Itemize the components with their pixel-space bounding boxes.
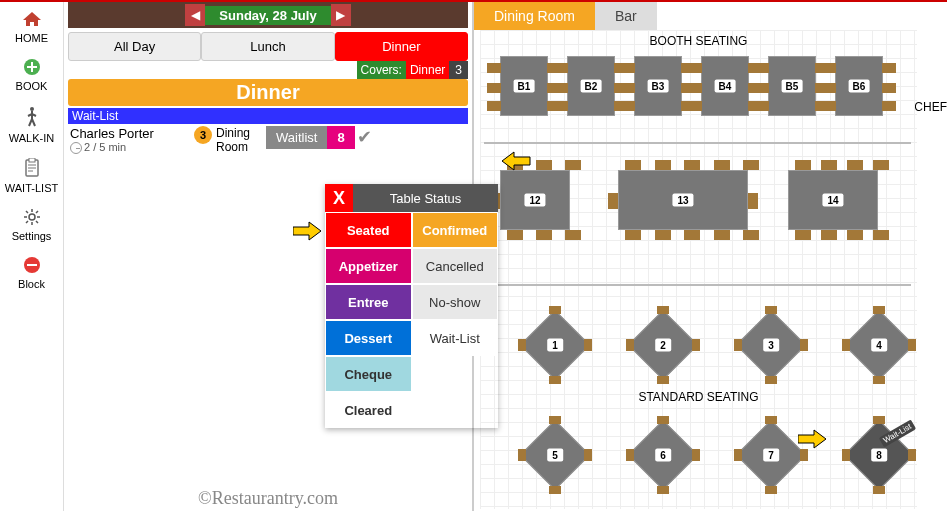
side-book-label: BOOK bbox=[16, 80, 48, 92]
meal-tabs: All Day Lunch Dinner bbox=[68, 32, 468, 61]
diamond-table[interactable]: 8Wait-List bbox=[854, 430, 904, 480]
svg-point-4 bbox=[29, 214, 35, 220]
status-confirmed[interactable]: Confirmed bbox=[412, 212, 499, 248]
minus-icon bbox=[0, 256, 63, 276]
status-seated[interactable]: Seated bbox=[325, 212, 412, 248]
plan-tab-bar[interactable]: Bar bbox=[595, 2, 657, 30]
party-size-badge: 3 bbox=[194, 126, 212, 144]
status-cleared[interactable]: Cleared bbox=[325, 392, 412, 428]
meal-tab-dinner[interactable]: Dinner bbox=[335, 32, 468, 61]
close-popup-button[interactable]: X bbox=[325, 184, 353, 212]
chef-zone-label: CHEF bbox=[914, 100, 947, 114]
diamond-table[interactable]: 7 bbox=[746, 430, 796, 480]
booth-table[interactable]: B5 bbox=[768, 56, 816, 116]
meal-tab-lunch[interactable]: Lunch bbox=[201, 32, 334, 61]
diamond-table[interactable]: 6 bbox=[638, 430, 688, 480]
diamond-table[interactable]: 2 bbox=[638, 320, 688, 370]
svg-point-1 bbox=[30, 107, 34, 111]
table-status-popup: X Table Status Seated Appetizer Entree D… bbox=[325, 184, 498, 428]
side-walkin[interactable]: WALK-IN bbox=[0, 102, 63, 154]
side-waitlist[interactable]: WAIT-LIST bbox=[0, 154, 63, 204]
covers-label: Covers: bbox=[357, 61, 406, 79]
side-walkin-label: WALK-IN bbox=[9, 132, 54, 144]
rect-table[interactable]: 13 bbox=[618, 170, 748, 230]
booth-zone-label: BOOTH SEATING bbox=[480, 34, 917, 48]
rect-table[interactable]: 12 bbox=[500, 170, 570, 230]
svg-marker-6 bbox=[502, 152, 530, 170]
status-tag[interactable]: Waitlist bbox=[266, 126, 327, 149]
status-noshow[interactable]: No-show bbox=[412, 284, 499, 320]
watermark: ©Restaurantry.com bbox=[198, 488, 338, 509]
status-dessert[interactable]: Dessert bbox=[325, 320, 412, 356]
rect-table[interactable]: 14 bbox=[788, 170, 878, 230]
booth-table[interactable]: B6 bbox=[835, 56, 883, 116]
status-cancelled[interactable]: Cancelled bbox=[412, 248, 499, 284]
current-date[interactable]: Sunday, 28 July bbox=[205, 6, 330, 25]
side-settings[interactable]: Settings bbox=[0, 204, 63, 252]
booth-table[interactable]: B4 bbox=[701, 56, 749, 116]
next-date-button[interactable]: ▶ bbox=[331, 4, 351, 26]
standard-zone-label: STANDARD SEATING bbox=[480, 390, 917, 404]
sidebar: HOME BOOK WALK-IN WAIT-LIST Settings Blo… bbox=[0, 2, 64, 511]
side-settings-label: Settings bbox=[12, 230, 52, 242]
plan-tab-dining[interactable]: Dining Room bbox=[474, 2, 595, 30]
annotation-arrow-icon bbox=[293, 220, 323, 242]
booth-table[interactable]: B3 bbox=[634, 56, 682, 116]
floor-plan: Dining Room Bar CHEF BOOTH SEATING STAND… bbox=[472, 2, 947, 511]
diamond-table[interactable]: 4 bbox=[854, 320, 904, 370]
status-entree[interactable]: Entree bbox=[325, 284, 412, 320]
diamond-table[interactable]: 3 bbox=[746, 320, 796, 370]
waitlist-section-header: Wait-List bbox=[68, 108, 468, 124]
status-appetizer[interactable]: Appetizer bbox=[325, 248, 412, 284]
annotation-arrow-icon bbox=[502, 150, 532, 172]
wait-time: 2 / 5 min bbox=[84, 141, 126, 153]
service-header: Dinner bbox=[68, 79, 468, 106]
clock-icon bbox=[70, 142, 82, 154]
confirm-check-icon[interactable]: ✔ bbox=[357, 126, 372, 148]
diamond-table[interactable]: 5 bbox=[530, 430, 580, 480]
reservation-row[interactable]: Charles Porter 2 / 5 min 3 Dining Room W… bbox=[70, 126, 466, 154]
reservation-panel: ◀ Sunday, 28 July ▶ All Day Lunch Dinner… bbox=[64, 2, 472, 511]
side-book[interactable]: BOOK bbox=[0, 54, 63, 102]
clipboard-icon bbox=[0, 158, 63, 180]
svg-rect-3 bbox=[29, 158, 35, 162]
side-waitlist-label: WAIT-LIST bbox=[5, 182, 58, 194]
covers-service: Dinner bbox=[406, 61, 449, 79]
status-waitlist[interactable]: Wait-List bbox=[412, 320, 499, 356]
svg-marker-7 bbox=[293, 222, 321, 240]
meal-tab-allday[interactable]: All Day bbox=[68, 32, 201, 61]
svg-marker-8 bbox=[798, 430, 826, 448]
booth-table[interactable]: B2 bbox=[567, 56, 615, 116]
side-home-label: HOME bbox=[15, 32, 48, 44]
guest-name: Charles Porter bbox=[70, 126, 190, 141]
home-icon bbox=[0, 10, 63, 30]
room-label: Dining Room bbox=[216, 126, 266, 154]
covers-summary: Covers:Dinner3 bbox=[68, 63, 468, 77]
status-cheque[interactable]: Cheque bbox=[325, 356, 412, 392]
plus-icon bbox=[0, 58, 63, 78]
prev-date-button[interactable]: ◀ bbox=[185, 4, 205, 26]
side-home[interactable]: HOME bbox=[0, 6, 63, 54]
diamond-table[interactable]: 1 bbox=[530, 320, 580, 370]
date-bar: ◀ Sunday, 28 July ▶ bbox=[68, 2, 468, 28]
side-block[interactable]: Block bbox=[0, 252, 63, 300]
walk-icon bbox=[0, 106, 63, 130]
popup-title: Table Status bbox=[353, 187, 498, 210]
assigned-table[interactable]: 8 bbox=[327, 126, 354, 149]
annotation-arrow-icon bbox=[798, 428, 828, 450]
booth-table[interactable]: B1 bbox=[500, 56, 548, 116]
covers-count: 3 bbox=[449, 61, 468, 79]
side-block-label: Block bbox=[18, 278, 45, 290]
gear-icon bbox=[0, 208, 63, 228]
